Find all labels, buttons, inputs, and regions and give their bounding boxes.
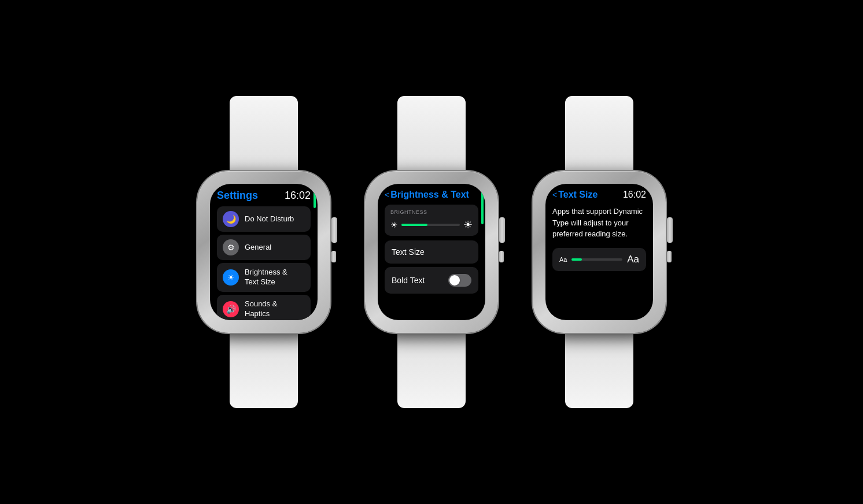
watch-crown-3[interactable]	[667, 217, 673, 243]
settings-time: 16:02	[285, 190, 311, 202]
back-arrow-2[interactable]: <	[385, 190, 389, 199]
band-top-3	[565, 96, 633, 171]
ts-aa-small: Aa	[559, 256, 567, 263]
ts-slider-fill	[571, 258, 582, 261]
menu-item-dnd[interactable]: 🌙 Do Not Disturb	[217, 206, 311, 232]
ts-title: Text Size	[558, 190, 598, 200]
watch-body-3: < Text Size 16:02 Apps that support Dyna…	[533, 171, 666, 333]
watch-screen-3: < Text Size 16:02 Apps that support Dyna…	[545, 184, 653, 320]
settings-header: Settings 16:02	[217, 190, 311, 202]
general-icon: ⚙	[223, 239, 239, 255]
settings-title: Settings	[217, 190, 258, 202]
band-bottom-3	[565, 333, 633, 408]
screen-content-brightness: < Brightness & Text BRIGHTNESS ☀ ☀	[378, 184, 485, 320]
bold-text-toggle-row: Bold Text	[392, 274, 471, 287]
menu-item-sounds[interactable]: 🔊 Sounds &Haptics	[217, 295, 311, 320]
watch-screen-1: Settings 16:02 🌙 Do Not Disturb ⚙ Genera…	[210, 184, 318, 320]
brightness-slider-fill	[401, 224, 427, 226]
watch-body-1: Settings 16:02 🌙 Do Not Disturb ⚙ Genera…	[197, 171, 330, 333]
ts-slider-track[interactable]	[571, 258, 622, 261]
dnd-icon: 🌙	[223, 211, 239, 227]
bt-title: Brightness & Text	[390, 190, 469, 200]
toggle-knob	[449, 275, 460, 286]
text-size-label: Text Size	[392, 247, 425, 257]
bold-text-toggle[interactable]	[448, 274, 471, 287]
brightness-section-label: BRIGHTNESS	[390, 209, 473, 215]
activity-bar-2	[481, 190, 484, 224]
watch-crown-1[interactable]	[331, 217, 337, 243]
back-arrow-3[interactable]: <	[552, 190, 557, 199]
activity-bar-1	[314, 190, 316, 208]
watch-settings: Settings 16:02 🌙 Do Not Disturb ⚙ Genera…	[197, 96, 330, 408]
brightness-slider-row: ☀ ☀	[390, 218, 473, 231]
ts-header: < Text Size 16:02	[552, 190, 646, 200]
watch-screen-2: < Brightness & Text BRIGHTNESS ☀ ☀	[378, 184, 485, 320]
sun-large-icon: ☀	[463, 218, 473, 231]
watch-button-2[interactable]	[499, 251, 504, 262]
screen-content-textsize: < Text Size 16:02 Apps that support Dyna…	[545, 184, 653, 320]
brightness-label: Brightness &Text Size	[245, 268, 287, 287]
watch-textsize: < Text Size 16:02 Apps that support Dyna…	[533, 96, 666, 408]
bold-text-menu-item[interactable]: Bold Text	[385, 267, 478, 294]
watches-container: Settings 16:02 🌙 Do Not Disturb ⚙ Genera…	[0, 0, 863, 504]
watch-button-3[interactable]	[667, 251, 672, 262]
ts-back[interactable]: < Text Size	[552, 190, 598, 200]
bold-text-label: Bold Text	[392, 276, 425, 285]
band-top-2	[397, 96, 466, 171]
bt-header: < Brightness & Text	[385, 190, 478, 200]
screen-content-settings: Settings 16:02 🌙 Do Not Disturb ⚙ Genera…	[210, 184, 318, 320]
menu-item-brightness[interactable]: ☀ Brightness &Text Size	[217, 263, 311, 292]
sounds-label: Sounds &Haptics	[245, 299, 277, 319]
band-bottom-2	[397, 333, 466, 408]
dnd-label: Do Not Disturb	[245, 214, 294, 224]
band-bottom-1	[230, 333, 298, 408]
watch-crown-2[interactable]	[499, 217, 505, 243]
watch-brightness: < Brightness & Text BRIGHTNESS ☀ ☀	[365, 96, 498, 408]
ts-slider-section: Aa Aa	[552, 248, 646, 271]
band-top-1	[230, 96, 298, 171]
brightness-icon: ☀	[223, 269, 239, 286]
brightness-slider-track[interactable]	[401, 224, 460, 226]
ts-description: Apps that support Dynamic Type will adju…	[552, 206, 646, 240]
text-size-menu-item[interactable]: Text Size	[385, 240, 478, 264]
brightness-section: BRIGHTNESS ☀ ☀	[385, 205, 478, 236]
sun-small-icon: ☀	[390, 220, 398, 229]
watch-button-1[interactable]	[331, 251, 336, 262]
menu-item-general[interactable]: ⚙ General	[217, 235, 311, 260]
general-label: General	[245, 243, 271, 253]
sounds-icon: 🔊	[223, 301, 239, 317]
watch-body-2: < Brightness & Text BRIGHTNESS ☀ ☀	[365, 171, 498, 333]
ts-time: 16:02	[623, 190, 646, 200]
ts-aa-large: Aa	[627, 254, 639, 265]
